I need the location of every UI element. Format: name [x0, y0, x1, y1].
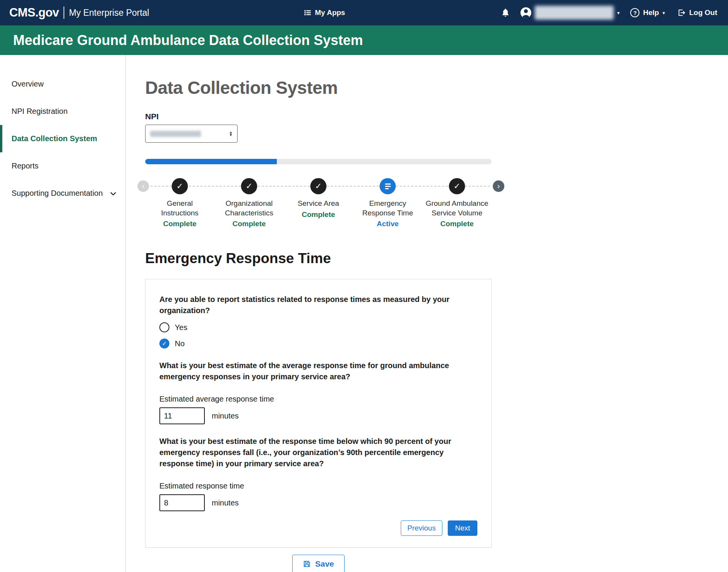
step-label: Service Area [298, 199, 339, 208]
average-response-time-label: Estimated average response time [159, 395, 477, 404]
step-emergency-response-time[interactable]: Emergency Response Time Active [353, 178, 422, 228]
stepper-prev-button[interactable]: ‹ [137, 180, 149, 192]
step-complete-circle: ✓ [172, 178, 188, 194]
question-report-stats: Are you able to report statistics relate… [159, 294, 471, 316]
step-status: Complete [440, 220, 474, 228]
my-apps-button[interactable]: My Apps [302, 6, 346, 19]
radio-no[interactable]: ✓ No [159, 339, 477, 349]
logout-button[interactable]: Log Out [676, 6, 719, 19]
chevron-left-icon: ‹ [142, 182, 145, 190]
average-response-time-input[interactable] [159, 407, 205, 424]
text-segment-bold: primary [271, 372, 299, 381]
radio-unchecked-icon[interactable] [159, 322, 169, 332]
content-column: Data Collection System NPI ▲▼ ‹ ✓ Genera… [145, 77, 492, 572]
select-arrows-icon: ▲▼ [229, 131, 233, 137]
sidebar-item-npi-registration[interactable]: NPI Registration [0, 98, 126, 125]
caret-down-icon: ▾ [663, 10, 665, 15]
user-menu-button[interactable]: ▾ [520, 6, 620, 20]
save-row: Save [145, 555, 492, 572]
npi-select[interactable]: ▲▼ [145, 125, 238, 143]
section-title: Emergency Response Time [145, 250, 492, 267]
progress-bar [145, 159, 492, 164]
sidebar-item-supporting-documentation[interactable]: Supporting Documentation [0, 180, 126, 207]
logout-label: Log Out [689, 8, 717, 17]
nav-center: My Apps [149, 6, 499, 19]
app-title: Medicare Ground Ambulance Data Collectio… [13, 32, 363, 48]
step-label: Organizational Characteristics [218, 199, 281, 218]
top-nav: CMS.gov My Enterprise Portal My Apps ▾ ?… [0, 0, 728, 25]
bell-icon [501, 8, 510, 17]
help-label: Help [643, 8, 659, 17]
card-actions: Previous Next [159, 520, 477, 536]
text-segment: What is your best estimate of the [159, 361, 282, 370]
step-general-instructions[interactable]: ✓ General Instructions Complete [145, 178, 214, 228]
step-complete-circle: ✓ [310, 178, 326, 194]
minutes-label: minutes [212, 499, 239, 507]
question-average-response-time: What is your best estimate of the averag… [159, 360, 471, 382]
save-icon [303, 560, 311, 568]
text-segment: service area? [299, 372, 350, 381]
sidebar-item-overview[interactable]: Overview [0, 70, 126, 98]
notifications-button[interactable] [500, 7, 511, 19]
previous-button[interactable]: Previous [401, 520, 442, 536]
step-complete-circle: ✓ [449, 178, 465, 194]
step-ground-ambulance-service-volume[interactable]: ✓ Ground Ambulance Service Volume Comple… [422, 178, 492, 228]
page-title: Data Collection System [145, 77, 492, 98]
logout-icon [677, 8, 686, 17]
step-organizational-characteristics[interactable]: ✓ Organizational Characteristics Complet… [214, 178, 284, 228]
average-response-time-row: minutes [159, 407, 477, 424]
cms-logo-text: CMS.gov [9, 6, 59, 20]
progress-fill [145, 159, 277, 164]
check-icon: ✓ [454, 182, 460, 191]
step-label: Ground Ambulance Service Volume [425, 199, 489, 218]
sidebar: Overview NPI Registration Data Collectio… [0, 55, 126, 572]
save-button[interactable]: Save [292, 555, 344, 572]
stepper-next-button[interactable]: › [493, 180, 504, 192]
step-service-area[interactable]: ✓ Service Area Complete [284, 178, 353, 228]
npi-value-redacted [150, 131, 201, 137]
check-icon: ✓ [162, 340, 167, 347]
sidebar-item-reports[interactable]: Reports [0, 152, 126, 180]
radio-yes-label: Yes [175, 323, 187, 332]
radio-yes[interactable]: Yes [159, 322, 477, 332]
step-status: Complete [163, 220, 197, 228]
check-icon: ✓ [315, 182, 322, 191]
my-apps-icon [304, 9, 311, 17]
radio-no-label: No [175, 339, 185, 348]
chevron-right-icon: › [497, 182, 500, 190]
minutes-label: minutes [212, 412, 239, 420]
response-time-input[interactable] [159, 494, 205, 511]
step-complete-circle: ✓ [241, 178, 257, 194]
radio-checked-icon[interactable]: ✓ [159, 339, 169, 349]
nav-right: ▾ ? Help ▾ Log Out [500, 6, 719, 20]
next-button[interactable]: Next [448, 520, 477, 536]
text-segment-bold: primary [244, 459, 272, 468]
user-avatar-icon [520, 7, 531, 18]
step-status: Active [377, 220, 398, 228]
chevron-down-icon [109, 190, 117, 197]
question-90th-percentile-response-time: What is your best estimate of the respon… [159, 436, 471, 469]
text-segment-bold: average [282, 361, 311, 370]
help-icon: ? [630, 8, 639, 17]
question-card: Are you able to report statistics relate… [145, 279, 492, 548]
save-label: Save [315, 559, 334, 569]
layout: Overview NPI Registration Data Collectio… [0, 55, 728, 572]
text-segment: service area? [272, 459, 323, 468]
user-name-redacted [535, 6, 614, 20]
list-icon [385, 183, 391, 189]
step-label: General Instructions [148, 199, 211, 218]
caret-down-icon: ▾ [617, 10, 620, 15]
step-label: Emergency Response Time [356, 199, 419, 218]
check-icon: ✓ [176, 182, 183, 191]
step-active-circle [380, 178, 396, 194]
sidebar-item-data-collection-system[interactable]: Data Collection System [0, 125, 126, 152]
main-content: Data Collection System NPI ▲▼ ‹ ✓ Genera… [126, 55, 728, 572]
help-button[interactable]: ? Help ▾ [629, 6, 666, 20]
response-time-row: minutes [159, 494, 477, 511]
my-apps-label: My Apps [315, 8, 345, 17]
stepper-steps: ✓ General Instructions Complete ✓ Organi… [145, 178, 492, 228]
step-status: Complete [233, 220, 266, 228]
npi-label: NPI [145, 112, 492, 121]
app-header: Medicare Ground Ambulance Data Collectio… [0, 25, 728, 55]
cms-logo[interactable]: CMS.gov My Enterprise Portal [9, 6, 149, 20]
